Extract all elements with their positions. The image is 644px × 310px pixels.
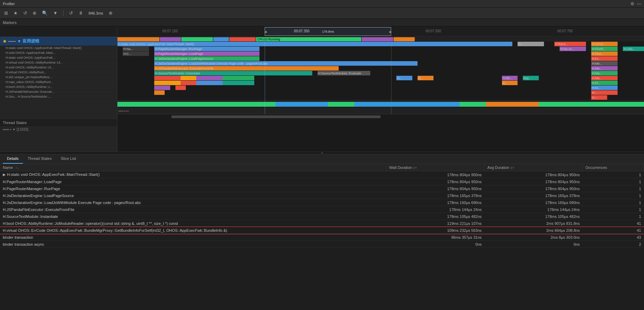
table-row[interactable]: H:bool OHOS::AbilityRuntime::JsModuleRea…	[0, 220, 644, 227]
table-row[interactable]: binder transaction86ms 357μs 31ns2ms 8μs…	[0, 234, 644, 241]
tick-1: 00:07.150	[162, 29, 178, 33]
flame-b8-4[interactable]	[223, 81, 254, 85]
flame-b2-0[interactable]: H:C...	[123, 51, 149, 56]
cell-occurrences: 1	[583, 213, 644, 220]
flame-row-1: H:Na... H:PageRouterManager::RunPage H:N…	[117, 47, 644, 51]
flame-b3-2[interactable]: H:Cr...	[591, 56, 618, 61]
flame-b6-3[interactable]: H:Me...	[591, 71, 618, 75]
flame-graph-area[interactable]: H:static void OHOS::AppExecFwk::MainThre…	[117, 42, 644, 114]
toolbar: ⊞ ★ ↺ ⊕ 🔍 ▼ ↺ ⏸ 846.3ms ⊕	[0, 8, 644, 19]
flame-b8-2[interactable]	[181, 81, 196, 85]
thread-minimap2: ▪▪▪▪▪ ▪	[3, 128, 11, 131]
flame-block-main[interactable]: H:static void OHOS::AppExecFwk::MainThre…	[117, 42, 512, 46]
flame-b8-3[interactable]	[196, 81, 223, 85]
toolbar-add2[interactable]: ⊕	[107, 10, 114, 16]
table-row[interactable]: H:JsiDeclarativeEngine::LoadJsWithModule…	[0, 199, 644, 206]
flame-b1-1[interactable]: H:PageRouterManager::RunPage	[154, 47, 259, 51]
flame-b2-2[interactable]: H:Flus...	[591, 51, 618, 56]
table-row[interactable]: H:SourceTextModule::Instantiate178ms 105…	[0, 213, 644, 220]
trace-right-panel[interactable]: 00:07.150 00:07.350 00:07.550 00:07.750 …	[117, 26, 644, 152]
flame-b10-1[interactable]	[154, 90, 165, 95]
cell-name: H:bool OHOS::AbilityRuntime::JsModuleRea…	[0, 220, 386, 227]
flame-b7-9[interactable]: H:Me...	[591, 76, 618, 80]
table-row[interactable]: H:PageRouterManager::RunPage178ms 804μs …	[0, 185, 644, 192]
col-avg-duration[interactable]: Avg Duration ↕↑	[485, 164, 583, 171]
flame-row-5: H:JSPandaFileExecutor::ExecuteFromFile H…	[117, 66, 644, 71]
flame-b8-5[interactable]: In...	[502, 81, 518, 85]
table-row[interactable]: H:JSPandaFileExecutor::ExecuteFromFile17…	[0, 206, 644, 213]
flame-block-r2[interactable]: H:OnVs...	[591, 42, 618, 46]
minimize-icon[interactable]: —	[637, 1, 641, 6]
thread-states-left: Thread States	[0, 119, 117, 126]
flame-b9-3[interactable]: H:M...	[591, 85, 618, 90]
flame-b8-1[interactable]	[154, 81, 181, 85]
flame-b1-3[interactable]: H:Flurth...	[591, 47, 618, 51]
flame-b1-0[interactable]: H:Na...	[123, 47, 149, 51]
flame-b4-2[interactable]: H:Me...	[591, 61, 618, 66]
cell-avg-duration: 178ms 160μs 690ns	[485, 199, 583, 206]
flame-b1-2[interactable]: H:Na co...	[560, 47, 586, 51]
flame-b1-4[interactable]: H:UIfa...	[623, 47, 644, 51]
add-button[interactable]: ⊕	[31, 10, 38, 16]
col-occurrences[interactable]: Occurrences	[583, 164, 644, 171]
flame-b5-2[interactable]: H:Me...	[591, 66, 618, 71]
table-row[interactable]: H:PageRouterManager::LoadPage178ms 804μs…	[0, 178, 644, 185]
cell-wall-duration: 178ms 160μs 690ns	[386, 199, 484, 206]
table-row[interactable]: H:virtual OHOS::ErrCode OHOS::AppExecFwk…	[0, 227, 644, 234]
name-sort-icons[interactable]: ↑↓	[15, 166, 18, 170]
toolbar-pause[interactable]: ⏸	[77, 10, 84, 16]
flame-b7-4[interactable]	[223, 76, 254, 80]
table-row[interactable]: ▶H:static void OHOS::AppExecFwk::MainThr…	[0, 171, 644, 178]
thread-row-1: H:void OHOS::AppExecFwk::Main...	[0, 50, 117, 55]
data-table[interactable]: Name ↑↓ Wall Duration ↕↑ Avg Duration ↕↑…	[0, 164, 644, 310]
toolbar-refresh2[interactable]: ↺	[68, 10, 74, 16]
col-name[interactable]: Name ↑↓	[0, 164, 386, 171]
thread-row-3: H:virtual void OHOS::AbilityRuntime::Ul.…	[0, 60, 117, 65]
flame-b7-5[interactable]: H...	[396, 76, 412, 80]
cell-wall-duration: 178ms 105μs 482ns	[386, 213, 484, 220]
filter-button[interactable]: ▼	[52, 10, 59, 16]
table-row[interactable]: binder transaction async0ns0ns2	[0, 241, 644, 248]
tab-thread-states[interactable]: Thread States	[24, 154, 56, 164]
flame-b10-2[interactable]: H:...	[591, 90, 618, 95]
tab-slice-list[interactable]: Slice List	[57, 154, 80, 164]
flame-b7-3[interactable]	[196, 76, 223, 80]
toolbar-btn-1[interactable]: ⊞	[3, 10, 9, 16]
flame-b9-2[interactable]	[175, 85, 186, 90]
settings-icon[interactable]: ⚙	[630, 1, 634, 6]
table-row[interactable]: H:JsiDeclarativeEngine::LoadPageSource17…	[0, 192, 644, 199]
tab-details[interactable]: Details	[3, 154, 23, 164]
thread-row-2: H:static void OHOS::AppExecFwk...	[0, 55, 117, 60]
flame-block-recv[interactable]: H:Rece...	[554, 42, 586, 46]
app-process-label: 应用进程	[23, 38, 39, 44]
col-wall-duration[interactable]: Wall Duration ↕↑	[386, 164, 484, 171]
scroll-thumb[interactable]	[171, 115, 381, 118]
flame-block-h[interactable]: H...	[518, 42, 544, 46]
flame-b9-1[interactable]	[154, 85, 170, 90]
flame-b11-1[interactable]: H:...	[591, 95, 607, 100]
flame-b6-1[interactable]: H:SourceTextModule::Instantiate	[154, 71, 312, 75]
flame-b4-1[interactable]: H:JsiDeclarativeEngine::LoadJsWithModule…	[154, 61, 418, 66]
thread-states-strip	[117, 100, 644, 108]
toolbar-btn-star[interactable]: ★	[12, 10, 19, 16]
cell-avg-duration: 178ms 165μs 378ns	[485, 192, 583, 199]
flame-b3-1[interactable]: H:JsiDeclarativeEngine::LoadPageSource	[154, 56, 259, 61]
flame-b6-2[interactable]: H:SourceTextModule::Evaluate	[317, 71, 370, 75]
cpu-running-label: CPU10 Running	[257, 38, 280, 41]
flame-b7-1[interactable]	[154, 76, 181, 80]
table-header-row: Name ↑↓ Wall Duration ↕↑ Avg Duration ↕↑…	[0, 164, 644, 171]
search-button[interactable]: 🔍	[41, 10, 49, 16]
flame-b7-2[interactable]	[181, 76, 196, 80]
resize-divider[interactable]	[0, 152, 644, 154]
cpu-bar-6	[362, 37, 393, 41]
flame-b5-1[interactable]: H:JSPandaFileExecutor::ExecuteFromFile	[154, 66, 339, 71]
scroll-area[interactable]	[117, 114, 644, 119]
flame-b7-7[interactable]: H:bib...	[502, 76, 518, 80]
range-label: 178.8ms	[322, 30, 334, 33]
refresh-button[interactable]: ↺	[22, 10, 28, 16]
flame-b7-6[interactable]: dL...	[418, 76, 433, 80]
mini-dot-1	[119, 111, 120, 112]
flame-b7-8[interactable]: dop...	[523, 76, 538, 80]
flame-b2-1[interactable]: H:PageRouterManager::LoadPage	[154, 51, 259, 56]
flame-b8-6[interactable]: H:M...	[591, 81, 618, 85]
